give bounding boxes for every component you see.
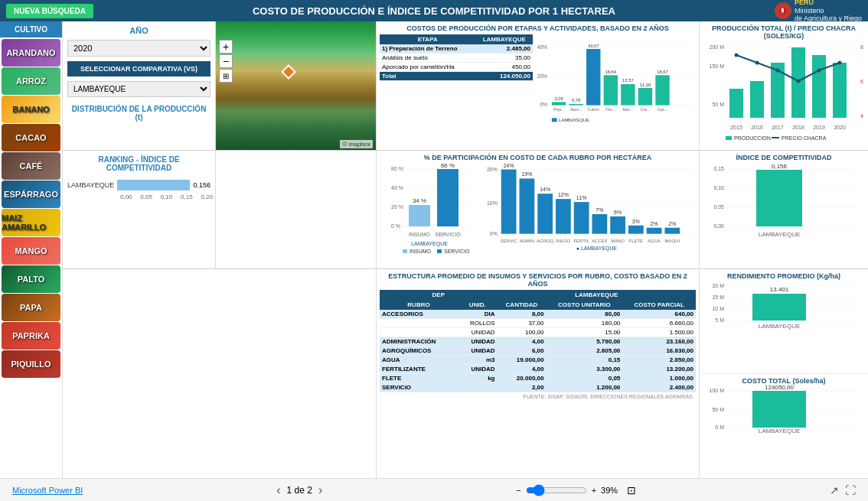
sidebar-item-esparrago[interactable]: ESPÁRRAGO bbox=[2, 181, 60, 208]
cultivo-papa-bg: PAPA bbox=[2, 294, 60, 321]
svg-text:20%: 20% bbox=[537, 73, 547, 79]
svg-text:2019: 2019 bbox=[813, 125, 825, 130]
share-button[interactable]: ↗ bbox=[830, 484, 839, 496]
table-row: FLETEkg20.000,000,051.000,00 bbox=[380, 374, 696, 383]
peru-logo: 🇵🇪 PERÚ Ministerio de Agricultura y Rieg… bbox=[775, 0, 862, 23]
svg-text:LAMBAYEQUE: LAMBAYEQUE bbox=[759, 428, 801, 434]
svg-text:6: 6 bbox=[860, 79, 863, 84]
svg-text:13.401: 13.401 bbox=[770, 286, 789, 293]
svg-text:Fert...: Fert... bbox=[605, 107, 615, 112]
svg-rect-39 bbox=[750, 81, 764, 118]
zoom-out-button[interactable]: − bbox=[516, 486, 520, 495]
total-val: 124.050,00 bbox=[475, 72, 533, 81]
cultivo-palto-bg: PALTO bbox=[2, 265, 60, 293]
svg-rect-18 bbox=[621, 84, 635, 106]
etapas-chart: 40% 20% 0% Prep... bbox=[536, 34, 696, 142]
sidebar-item-piquillo[interactable]: PIQUILLO bbox=[2, 350, 60, 378]
map-zoom-in-button[interactable]: + bbox=[219, 40, 233, 54]
svg-text:2020: 2020 bbox=[834, 125, 846, 130]
comparativa-button[interactable]: SELECCIONAR COMPARATIVA (VS) bbox=[67, 61, 210, 76]
svg-text:11,29: 11,29 bbox=[640, 83, 651, 87]
table-row: ROLLOS37,00180,006.660,00 bbox=[380, 319, 696, 328]
svg-text:2%: 2% bbox=[668, 221, 676, 226]
map-panel: + − ⊞ © mapbox bbox=[216, 21, 377, 150]
map-zoom-out-button[interactable]: − bbox=[219, 54, 233, 68]
svg-text:0,156: 0,156 bbox=[772, 163, 788, 170]
distribucion-label: DISTRIBUCIÓN DE LA PRODUCCIÓN (t) bbox=[67, 105, 210, 122]
produccion-title: PRODUCCIÓN TOTAL (t) / PRECIO CHACRA (SO… bbox=[703, 24, 865, 40]
svg-text:LAMBAYEQUE: LAMBAYEQUE bbox=[759, 323, 801, 330]
page-indicator: 1 de 2 bbox=[287, 485, 312, 496]
power-bi-link[interactable]: Microsoft Power BI bbox=[12, 486, 83, 495]
svg-text:PRODUCCION: PRODUCCION bbox=[734, 135, 771, 141]
svg-text:2016: 2016 bbox=[751, 125, 763, 130]
svg-rect-21 bbox=[638, 88, 652, 106]
svg-text:40%: 40% bbox=[537, 44, 547, 50]
svg-text:MANO: MANO bbox=[611, 239, 625, 243]
year-select[interactable]: 2020 bbox=[67, 40, 210, 57]
svg-text:20 M: 20 M bbox=[712, 283, 724, 288]
map-marker-icon bbox=[281, 64, 296, 80]
zoom-slider[interactable] bbox=[526, 484, 587, 496]
table-row: AGUAm319.000,000,152.850,00 bbox=[380, 356, 696, 365]
sidebar-item-arroz[interactable]: ARROZ bbox=[2, 67, 60, 95]
sidebar-item-cacao[interactable]: CACAO bbox=[2, 124, 60, 151]
svg-text:20 %: 20 % bbox=[391, 204, 403, 210]
sidebar-item-maiz[interactable]: MAIZ AMARILLO bbox=[2, 209, 60, 236]
svg-text:0 M: 0 M bbox=[715, 425, 724, 430]
svg-text:0,00: 0,00 bbox=[713, 223, 724, 229]
ranking-title: RANKING - ÍNDICE DE COMPETITIVIDAD bbox=[67, 155, 210, 172]
ministry-text: PERÚ Ministerio de Agricultura y Riego bbox=[795, 0, 862, 23]
cultivo-arroz-bg: ARROZ bbox=[2, 67, 60, 95]
table-row: SERVICIO2,001.200,002.400,00 bbox=[380, 383, 696, 392]
svg-point-49 bbox=[838, 61, 842, 65]
cultivo-cacao-bg: CACAO bbox=[2, 124, 60, 151]
sidebar-item-paprika[interactable]: PAPRIKA bbox=[2, 322, 60, 350]
svg-text:FLETE: FLETE bbox=[629, 239, 643, 243]
costo-unit-col: COSTO UNITARIO bbox=[546, 300, 622, 310]
sidebar-item-cafe[interactable]: CAFÉ bbox=[2, 152, 60, 180]
rubro-col: RUBRO bbox=[380, 300, 458, 310]
cultivo-arandano-bg: ARANDANO bbox=[2, 39, 60, 67]
svg-text:ADMIN: ADMIN bbox=[520, 239, 534, 243]
sidebar-item-palto[interactable]: PALTO bbox=[2, 265, 60, 293]
sub-val-1: 35,00 bbox=[475, 54, 533, 63]
zoom-in-button[interactable]: + bbox=[592, 486, 596, 495]
source-text: FUENTE: SISAP, SISAGRI, DIRECCIONES REGI… bbox=[380, 392, 696, 401]
nueva-busqueda-button[interactable]: NUEVA BÚSQUEDA bbox=[6, 4, 93, 18]
costos-table-container: ETAPA LAMBAYEQUE 1) Preparación de Terre… bbox=[380, 34, 533, 142]
second-row: RANKING - ÍNDICE DE COMPETITIVIDAD LAMBA… bbox=[63, 150, 868, 268]
sidebar-item-papa[interactable]: PAPA bbox=[2, 294, 60, 321]
sidebar-item-mango[interactable]: MANGO bbox=[2, 237, 60, 265]
svg-text:2,09: 2,09 bbox=[554, 96, 563, 101]
fit-page-button[interactable]: ⊡ bbox=[627, 484, 636, 496]
next-page-button[interactable]: › bbox=[318, 483, 322, 497]
sub-val-2: 450,00 bbox=[475, 63, 533, 72]
sidebar-item-banano[interactable]: BANANO bbox=[2, 96, 60, 123]
map-reset-button[interactable]: ⊞ bbox=[219, 69, 233, 83]
fullscreen-button[interactable]: ⛶ bbox=[845, 484, 856, 496]
rendimiento-title: RENDIMIENTO PROMEDIO (Kg/ha) bbox=[703, 272, 865, 280]
insumo-servicio-svg: 80 % 40 % 20 % 0 % 34 % bbox=[380, 163, 479, 255]
svg-text:6%: 6% bbox=[614, 210, 622, 215]
svg-rect-70 bbox=[437, 169, 458, 226]
indice-svg: 0,15 0,10 0,05 0,00 0,156 LAMBAYEQUE bbox=[703, 163, 863, 262]
costo-total-title: COSTO TOTAL (Soles/ha) bbox=[703, 377, 865, 385]
footer-actions: ↗ ⛶ bbox=[830, 484, 856, 496]
right-bottom-panel: RENDIMIENTO PROMEDIO (Kg/ha) 20 M 15 M 1… bbox=[700, 269, 868, 478]
comparativa-select[interactable]: LAMBAYEQUE bbox=[67, 81, 210, 97]
svg-rect-38 bbox=[729, 89, 743, 118]
svg-rect-135 bbox=[752, 294, 806, 320]
cultivo-banano-bg: BANANO bbox=[2, 96, 60, 123]
costo-parc-col: COSTO PARCIAL bbox=[622, 300, 696, 310]
svg-text:Man...: Man... bbox=[622, 107, 633, 112]
prev-page-button[interactable]: ‹ bbox=[276, 483, 280, 497]
svg-text:24%: 24% bbox=[504, 163, 514, 168]
svg-text:124050,00: 124050,00 bbox=[765, 385, 794, 391]
svg-rect-75 bbox=[403, 249, 407, 253]
main-content-area: CULTIVO ARANDANO ARROZ BANANO CACAO CAFÉ bbox=[0, 21, 868, 478]
svg-rect-77 bbox=[437, 249, 442, 253]
svg-text:2%: 2% bbox=[651, 221, 658, 226]
lambayeque-header: LAMBAYEQUE bbox=[498, 290, 697, 300]
sidebar-item-arandano[interactable]: ARANDANO bbox=[2, 39, 60, 67]
